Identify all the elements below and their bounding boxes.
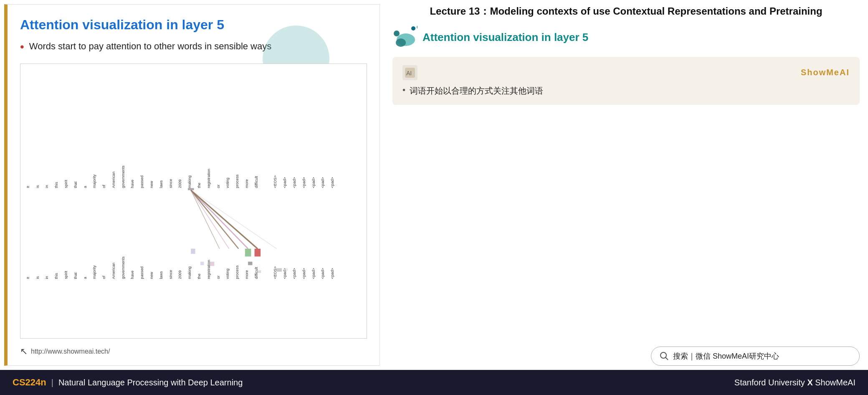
svg-point-64 (394, 31, 400, 36)
svg-text:voting: voting (225, 269, 230, 279)
showmeai-brand-text: ShowMeAI (801, 68, 850, 77)
svg-text:governments: governments (121, 166, 125, 188)
svg-text:governments: governments (121, 256, 125, 279)
svg-text:a: a (83, 277, 87, 279)
bottom-left: CS224n | Natural Language Processing wit… (13, 377, 243, 388)
svg-text:making: making (187, 266, 192, 279)
search-bar[interactable]: 搜索｜微信 ShowMeAI研究中心 (651, 347, 860, 366)
x-separator: X (807, 378, 815, 387)
showmeai-card: AI ShowMeAI • 词语开始以合理的方式关注其他词语 (392, 57, 860, 105)
slide-url: ↖ http://www.showmeai.tech/ (20, 346, 367, 357)
svg-text:<pad>: <pad> (302, 268, 306, 279)
spacer (392, 113, 860, 347)
svg-text:2009: 2009 (178, 179, 182, 188)
svg-text:passed: passed (140, 176, 144, 188)
svg-text:more: more (245, 270, 249, 279)
search-icon (660, 352, 669, 361)
svg-text:It: It (26, 277, 30, 279)
right-header: Attention visualization in layer 5 (392, 25, 860, 50)
chinese-bullet: • 词语开始以合理的方式关注其他词语 (402, 85, 850, 97)
slide-title: Attention visualization in layer 5 (20, 17, 367, 33)
right-section-title: Attention visualization in layer 5 (423, 31, 588, 44)
svg-point-68 (417, 25, 418, 29)
scatter-1 (200, 262, 204, 265)
bottom-right: Stanford University X ShowMeAI (734, 378, 855, 387)
svg-text:American: American (111, 262, 116, 279)
svg-text:or: or (216, 275, 220, 279)
attention-line-1 (191, 190, 248, 249)
svg-text:<pad>: <pad> (292, 177, 296, 188)
svg-text:spirit: spirit (64, 180, 68, 188)
svg-text:process: process (235, 174, 239, 188)
svg-text:making: making (187, 176, 192, 188)
cursor-icon: ↖ (20, 346, 28, 357)
svg-text:of: of (102, 185, 106, 188)
svg-text:<pad>: <pad> (321, 177, 325, 188)
chinese-bullet-dot: • (402, 85, 405, 95)
attention-line-5 (191, 190, 276, 249)
svg-text:laws: laws (159, 271, 163, 279)
right-panel: Lecture 13：Modeling contexts of use Cont… (384, 0, 868, 370)
difficult-highlight (255, 249, 261, 257)
svg-text:is: is (35, 276, 40, 279)
svg-text:<pad>: <pad> (292, 268, 296, 279)
svg-line-73 (666, 357, 668, 360)
svg-text:<pad>: <pad> (321, 268, 325, 279)
scatter-3 (248, 262, 252, 265)
attention-line-3 (191, 190, 238, 249)
slide-bullet: • Words start to pay attention to other … (20, 41, 367, 54)
scatter-4 (258, 270, 261, 273)
bottom-bar: CS224n | Natural Language Processing wit… (0, 370, 868, 395)
svg-text:difficult: difficult (254, 176, 258, 188)
svg-text:in: in (45, 185, 49, 188)
scatter-2 (210, 262, 214, 266)
svg-text:<pad>: <pad> (330, 177, 334, 188)
svg-text:<pad>: <pad> (302, 177, 306, 188)
svg-text:that: that (73, 181, 78, 188)
search-text[interactable]: 搜索｜微信 ShowMeAI研究中心 (673, 351, 779, 361)
svg-text:more: more (245, 179, 249, 188)
url-text[interactable]: http://www.showmeai.tech/ (31, 348, 110, 355)
svg-text:this: this (54, 182, 58, 188)
svg-text:2009: 2009 (178, 270, 182, 279)
svg-point-66 (396, 38, 406, 47)
svg-text:<pad>: <pad> (311, 177, 316, 188)
svg-text:majority: majority (92, 265, 96, 279)
chinese-bullet-text: 词语开始以合理的方式关注其他词语 (410, 85, 543, 97)
svg-text:<EOS>: <EOS> (273, 175, 277, 188)
separator: | (51, 378, 53, 387)
bottom-words: It is in this spirit that a majority of … (26, 256, 335, 279)
svg-point-72 (660, 352, 666, 358)
svg-text:since: since (169, 179, 173, 188)
svg-text:new: new (149, 181, 154, 188)
showmeai-card-header: AI ShowMeAI (402, 65, 850, 80)
svg-text:<pad>: <pad> (283, 177, 287, 188)
svg-text:in: in (45, 276, 49, 279)
svg-text:is: is (35, 185, 40, 188)
svg-text:registration: registration (207, 169, 211, 188)
svg-text:since: since (169, 270, 173, 279)
svg-text:spirit: spirit (64, 270, 68, 279)
making-bar-top (188, 188, 194, 190)
svg-text:voting: voting (225, 178, 230, 188)
scatter-5 (276, 268, 281, 272)
more-highlight (245, 249, 251, 257)
svg-text:this: this (54, 273, 58, 279)
svg-text:It: It (26, 186, 30, 188)
top-words: It is in this spirit that a majority of … (26, 166, 335, 188)
attention-viz-svg: It is in this spirit that a majority of … (20, 64, 367, 338)
main-content: Attention visualization in layer 5 • Wor… (0, 0, 868, 370)
svg-text:a: a (83, 186, 87, 188)
svg-text:majority: majority (92, 174, 96, 188)
svg-text:<pad>: <pad> (330, 268, 334, 279)
course-code: CS224n (13, 377, 46, 388)
svg-text:of: of (102, 275, 106, 279)
lecture-title: Lecture 13：Modeling contexts of use Cont… (392, 4, 860, 18)
bullet-text: Words start to pay attention to other wo… (29, 41, 271, 52)
svg-text:new: new (149, 272, 154, 279)
svg-text:the: the (197, 183, 201, 188)
svg-text:process: process (235, 265, 239, 279)
svg-text:or: or (216, 185, 220, 188)
slide-panel: Attention visualization in layer 5 • Wor… (4, 4, 380, 366)
svg-text:laws: laws (159, 180, 163, 188)
